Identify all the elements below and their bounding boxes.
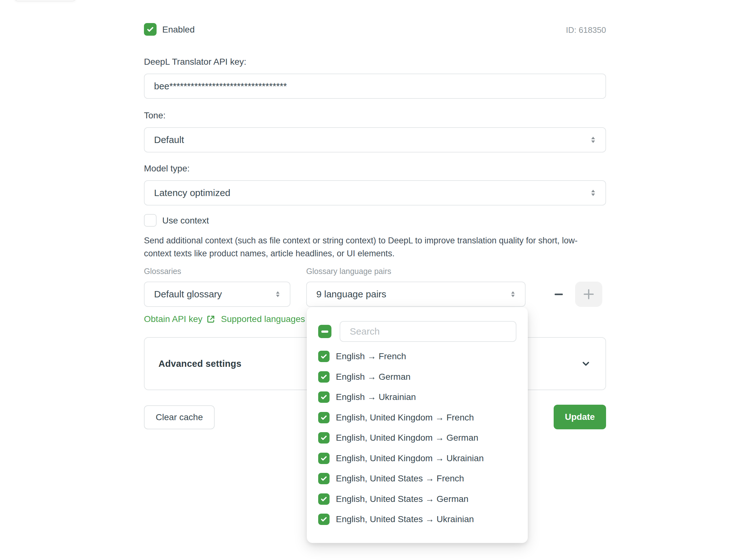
language-pair-label: English → Ukrainian	[336, 392, 416, 402]
indeterminate-icon	[321, 331, 328, 333]
checkbox-checked-icon[interactable]	[318, 453, 329, 464]
remove-glossary-row-button[interactable]	[551, 282, 566, 307]
language-pair-option[interactable]: English → German	[318, 367, 516, 387]
checkmark-icon	[320, 516, 328, 523]
language-pair-option[interactable]: English, United Kingdom → Ukrainian	[318, 448, 516, 469]
language-pair-option[interactable]: English, United Kingdom → German	[318, 428, 516, 448]
checkbox-checked-icon[interactable]	[318, 351, 329, 362]
minus-icon	[554, 294, 563, 295]
use-context-label: Use context	[162, 216, 209, 226]
glossaries-label: Glossaries	[144, 267, 181, 276]
add-glossary-row-button[interactable]	[575, 282, 602, 307]
checkbox-checked-icon[interactable]	[318, 412, 329, 423]
language-pairs-dropdown: English → French English → German	[307, 307, 528, 543]
language-pair-label: English, United States → French	[336, 474, 464, 484]
integration-id: ID: 618350	[566, 25, 606, 35]
checkbox-checked-icon[interactable]	[318, 432, 329, 443]
obtain-api-key-link[interactable]: Obtain API key	[144, 314, 216, 324]
checkbox-checked-icon[interactable]	[318, 494, 329, 505]
language-pair-option[interactable]: English → French	[318, 346, 516, 367]
language-pair-label: English, United Kingdom → French	[336, 413, 474, 423]
checkmark-icon	[320, 434, 328, 442]
checkbox-checked-icon[interactable]	[318, 473, 329, 484]
glossary-pairs-select-value: 9 language pairs	[316, 289, 386, 300]
checkmark-icon	[320, 455, 328, 462]
select-stepper-icon	[274, 291, 282, 298]
language-pair-label: English → German	[336, 372, 411, 382]
clear-cache-button[interactable]: Clear cache	[144, 405, 215, 429]
deepl-settings-form: Enabled ID: 618350 DeepL Translator API …	[0, 0, 750, 560]
tone-label: Tone:	[144, 111, 166, 121]
obtain-api-key-label: Obtain API key	[144, 314, 202, 324]
checkmark-icon	[320, 373, 328, 381]
select-stepper-icon	[589, 136, 597, 144]
update-button[interactable]: Update	[554, 405, 606, 429]
dropdown-search-input[interactable]	[340, 321, 516, 342]
enabled-label: Enabled	[162, 25, 195, 35]
chevron-down-icon	[580, 358, 591, 369]
advanced-settings-label: Advanced settings	[159, 359, 242, 369]
select-stepper-icon	[509, 291, 517, 298]
checkbox-checked-icon[interactable]	[318, 371, 329, 383]
language-pair-option[interactable]: English → Ukrainian	[318, 387, 516, 407]
checkmark-icon	[320, 495, 328, 503]
offscreen-element-fragment	[15, 0, 76, 1]
api-key-input[interactable]	[144, 74, 606, 99]
supported-languages-link[interactable]: Supported languages	[221, 314, 305, 324]
language-pair-option[interactable]: English, United States → German	[318, 489, 516, 509]
model-type-select-value: Latency optimized	[154, 187, 230, 198]
checkbox-checked-icon[interactable]	[318, 514, 329, 525]
glossaries-select-value: Default glossary	[154, 289, 222, 300]
checkbox-checked-icon[interactable]	[318, 392, 329, 403]
model-type-label: Model type:	[144, 163, 190, 174]
language-pair-label: English, United States → German	[336, 494, 468, 504]
language-pair-label: English, United States → Ukrainian	[336, 514, 474, 524]
enabled-checkbox[interactable]	[144, 23, 157, 36]
use-context-description: Send additional context (such as file co…	[144, 234, 595, 260]
checkmark-icon	[320, 353, 328, 360]
language-pair-option[interactable]: English, United States → Ukrainian	[318, 509, 516, 530]
language-pair-option[interactable]: English, United Kingdom → French	[318, 407, 516, 428]
glossary-pairs-select[interactable]: 9 language pairs	[306, 282, 526, 307]
external-link-icon	[206, 315, 216, 324]
language-pair-label: English → French	[336, 351, 406, 361]
plus-icon	[582, 287, 596, 301]
tone-select-value: Default	[154, 135, 184, 145]
language-pair-option[interactable]: English, United States → French	[318, 468, 516, 489]
model-type-select[interactable]: Latency optimized	[144, 180, 606, 205]
language-pair-label: English, United Kingdom → Ukrainian	[336, 453, 484, 463]
glossaries-select[interactable]: Default glossary	[144, 282, 290, 307]
api-key-label: DeepL Translator API key:	[144, 57, 246, 67]
language-pair-label: English, United Kingdom → German	[336, 433, 478, 443]
checkmark-icon	[320, 393, 328, 401]
select-stepper-icon	[589, 189, 597, 197]
tone-select[interactable]: Default	[144, 127, 606, 153]
supported-languages-label: Supported languages	[221, 314, 305, 324]
checkmark-icon	[320, 475, 328, 482]
checkmark-icon	[146, 25, 154, 34]
use-context-checkbox[interactable]	[144, 214, 157, 227]
glossary-pairs-label: Glossary language pairs	[306, 267, 391, 276]
select-all-checkbox[interactable]	[318, 325, 331, 338]
checkmark-icon	[320, 414, 328, 421]
language-pairs-list: English → French English → German	[318, 346, 516, 530]
